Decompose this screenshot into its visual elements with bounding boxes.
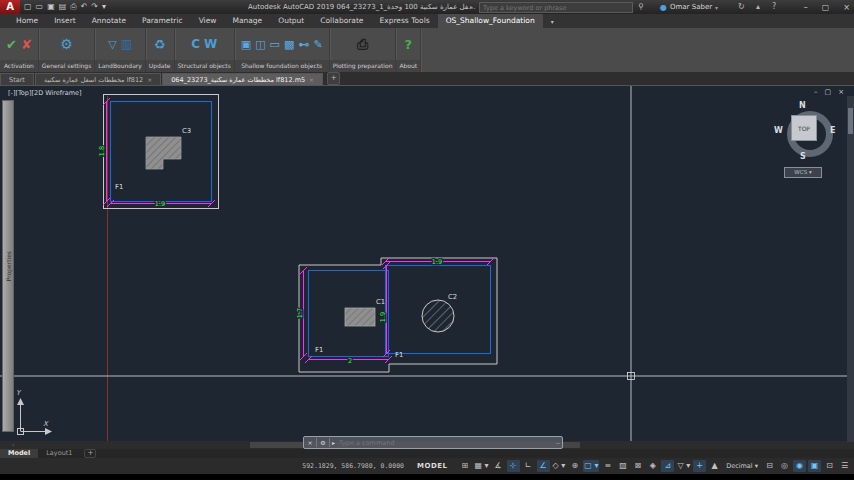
new-layout-button[interactable]: +: [84, 449, 96, 458]
redo-icon[interactable]: ↷: [91, 0, 98, 14]
infer-constraints-toggle[interactable]: ∡: [492, 460, 505, 472]
search-collapse-icon[interactable]: ▸: [470, 3, 473, 10]
viewcube-east[interactable]: E: [830, 126, 835, 135]
activate-check-icon[interactable]: ✔: [6, 38, 17, 51]
drawing-close-button[interactable]: ×: [838, 88, 844, 96]
new-drawing-tab-button[interactable]: +: [327, 72, 340, 85]
file-tab-start[interactable]: Start: [0, 73, 34, 85]
foundation-c-label[interactable]: F1: [395, 351, 403, 359]
drawing-viewport[interactable]: 1.8 1.9 C3 F1: [0, 86, 854, 442]
stay-connected-icon[interactable]: ▴: [756, 1, 760, 13]
ribbon-tab-view[interactable]: View: [191, 14, 225, 28]
foundation-group-center[interactable]: 1.7 2 1.9 1.9 C1 C2 F1 F1: [296, 258, 497, 372]
restore-button[interactable]: ▢: [822, 3, 830, 12]
ribbon-tab-insert[interactable]: Insert: [46, 14, 84, 28]
autodesk-app-store-icon[interactable]: ↻: [738, 1, 745, 13]
clean-screen-toggle[interactable]: ⊡: [823, 460, 836, 472]
command-grip-handle[interactable]: ‒: [554, 439, 562, 446]
isolated-footing-icon[interactable]: ▣: [241, 39, 251, 50]
dim-text-bottom[interactable]: 1.9: [155, 200, 165, 208]
qat-dropdown-icon[interactable]: ▾: [102, 0, 106, 14]
close-button[interactable]: ×: [843, 3, 850, 12]
transparency-toggle[interactable]: ▨: [616, 460, 629, 472]
column-c2-label[interactable]: C2: [448, 293, 457, 301]
tab-close-icon[interactable]: ×: [147, 74, 152, 86]
selection-filter-toggle[interactable]: ▽ ▾: [676, 460, 691, 472]
ribbon-tab-annotate[interactable]: Annotate: [84, 14, 134, 28]
layout-tab-layout1[interactable]: Layout1: [38, 449, 80, 458]
mat-footing-icon[interactable]: ▩: [284, 39, 294, 50]
ribbon-display-toggle-icon[interactable]: ▾: [551, 18, 554, 28]
model-space-button[interactable]: MODEL: [412, 462, 452, 470]
viewcube-top-face[interactable]: TOP: [791, 115, 817, 141]
hardware-acceleration-toggle[interactable]: ▣: [808, 460, 821, 472]
ucs-icon[interactable]: Y X: [16, 389, 52, 435]
search-input[interactable]: [480, 4, 632, 12]
viewcube[interactable]: TOP N S W E WCS ▾: [780, 104, 840, 176]
quick-properties-toggle[interactable]: ⊟: [763, 460, 776, 472]
column-c1-label[interactable]: C1: [376, 298, 385, 306]
help-icon[interactable]: ?: [772, 1, 776, 13]
layout-tab-model[interactable]: Model: [0, 449, 38, 458]
dim-text-b-left[interactable]: 1.7: [296, 308, 304, 318]
osnap-3d-toggle[interactable]: ◈: [646, 460, 659, 472]
new-file-icon[interactable]: ▢: [24, 0, 32, 14]
about-help-icon[interactable]: ?: [405, 38, 413, 51]
plot-printer-icon[interactable]: ⎙: [357, 37, 368, 51]
graphics-performance-toggle[interactable]: ◉: [793, 460, 806, 472]
units-dropdown[interactable]: Decimal ▾: [723, 462, 761, 470]
grid-toggle[interactable]: ⊞: [458, 460, 471, 472]
drawing-minimize-button[interactable]: –: [814, 88, 818, 96]
dynamic-input-toggle[interactable]: ⊹: [507, 460, 520, 472]
plot-icon[interactable]: ⎙: [70, 0, 76, 14]
ribbon-tab-express-tools[interactable]: Express Tools: [371, 14, 437, 28]
tab-close-icon[interactable]: ×: [309, 74, 314, 86]
foundation-a-label[interactable]: F1: [115, 183, 123, 191]
undo-icon[interactable]: ↶: [81, 0, 88, 14]
properties-panel-collapsed[interactable]: Properties: [2, 100, 14, 432]
minimize-button[interactable]: –: [804, 3, 808, 12]
wcs-dropdown[interactable]: WCS ▾: [784, 167, 822, 178]
ribbon-tab-parametric[interactable]: Parametric: [134, 14, 191, 28]
dynamic-ucs-toggle[interactable]: ⊿: [661, 460, 674, 472]
foundation-b-dimensions[interactable]: [300, 258, 494, 363]
autocad-logo[interactable]: A: [0, 0, 20, 14]
wall-object-icon[interactable]: W: [204, 38, 217, 50]
viewport-controls-label[interactable]: [-][Top][2D Wireframe]: [8, 89, 82, 97]
vertical-scrollbar-thumb[interactable]: [848, 108, 853, 134]
viewcube-north[interactable]: N: [799, 101, 806, 110]
draw-footing-pencil-icon[interactable]: ✎: [313, 39, 322, 50]
dim-text-c-top[interactable]: 1.9: [432, 258, 442, 266]
lineweight-toggle[interactable]: ≡: [601, 460, 614, 472]
update-recycle-icon[interactable]: ♻: [154, 38, 166, 51]
combined-footing-icon[interactable]: ◫: [255, 39, 265, 50]
snap-mode-toggle[interactable]: ▦ ▾: [473, 460, 489, 472]
customization-toggle[interactable]: ☰: [838, 460, 851, 472]
ribbon-tab-os-shallow-foundation[interactable]: OS_Shallow_Foundation: [438, 14, 543, 28]
column-c3-shape[interactable]: [146, 137, 181, 169]
drawing-restore-button[interactable]: ▢: [825, 88, 832, 96]
signin-user[interactable]: ● Omar Saber ▾: [660, 0, 718, 14]
column-c2-circle[interactable]: [422, 300, 454, 332]
ribbon-tab-manage[interactable]: Manage: [224, 14, 270, 28]
open-file-icon[interactable]: ▭: [36, 0, 44, 14]
strip-footing-icon[interactable]: ▭: [270, 39, 280, 50]
dim-text-left[interactable]: 1.8: [98, 146, 106, 156]
viewcube-south[interactable]: S: [800, 152, 806, 161]
vertical-scrollbar[interactable]: [847, 96, 854, 442]
foundation-b-label[interactable]: F1: [315, 346, 323, 354]
annotation-visibility-toggle[interactable]: ▲: [708, 460, 721, 472]
boundary-fence-icon[interactable]: ▥: [121, 38, 132, 50]
scroll-left-arrow-icon[interactable]: ‹: [12, 441, 14, 449]
tie-beam-icon[interactable]: ⊷: [298, 39, 309, 50]
dim-text-c-mid[interactable]: 1.9: [379, 312, 387, 322]
file-tab-doc2-active[interactable]: 064_23273_مخططات عمارة سكنية lf812.m5 ×: [162, 73, 323, 85]
object-snap-toggle[interactable]: ▢ ▾: [583, 460, 599, 472]
drawing-canvas[interactable]: 1.8 1.9 C3 F1: [0, 85, 854, 442]
command-close-icon[interactable]: ×: [304, 438, 317, 447]
dim-text-b-bottom[interactable]: 2: [348, 357, 352, 365]
column-object-icon[interactable]: C: [191, 38, 200, 50]
save-icon[interactable]: ▣: [47, 0, 55, 14]
ribbon-tab-output[interactable]: Output: [270, 14, 312, 28]
file-tab-doc1[interactable]: مخططات اسفل عمارة سكنية lf812 ×: [35, 73, 161, 85]
